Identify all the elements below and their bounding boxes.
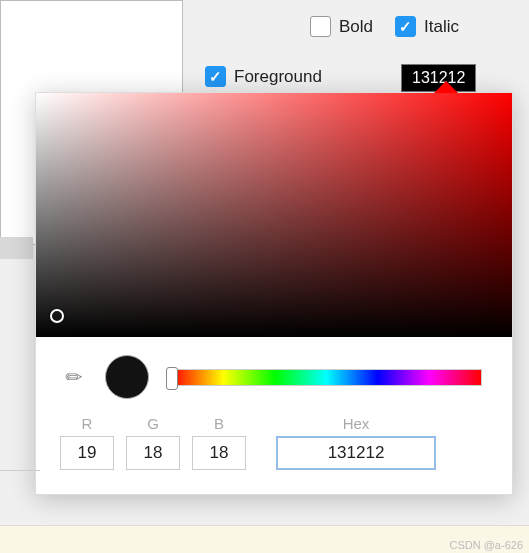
watermark-text: CSDN @a-626 xyxy=(449,539,523,551)
g-input[interactable] xyxy=(126,436,180,470)
b-label: B xyxy=(214,415,224,432)
bold-option[interactable]: Bold xyxy=(310,16,373,37)
g-field-group: G xyxy=(126,415,180,470)
bold-label: Bold xyxy=(339,17,373,37)
text-style-options: Bold Italic xyxy=(310,16,459,37)
r-input[interactable] xyxy=(60,436,114,470)
eyedropper-icon[interactable]: ✎ xyxy=(60,363,89,392)
color-inputs-row: R G B Hex xyxy=(36,409,512,494)
divider xyxy=(0,470,40,471)
italic-option[interactable]: Italic xyxy=(395,16,459,37)
color-picker-popover: ✎ R G B Hex xyxy=(35,92,513,495)
foreground-label: Foreground xyxy=(234,67,322,87)
g-label: G xyxy=(147,415,159,432)
hex-input[interactable] xyxy=(276,436,436,470)
italic-label: Italic xyxy=(424,17,459,37)
foreground-option[interactable]: Foreground xyxy=(205,66,322,87)
b-input[interactable] xyxy=(192,436,246,470)
r-field-group: R xyxy=(60,415,114,470)
foreground-row: Foreground xyxy=(205,66,322,87)
color-swatch xyxy=(105,355,149,399)
hex-field-group: Hex xyxy=(276,415,436,470)
b-field-group: B xyxy=(192,415,246,470)
hue-slider[interactable] xyxy=(171,369,482,386)
saturation-value-area[interactable] xyxy=(36,93,512,337)
r-label: R xyxy=(82,415,93,432)
hex-label: Hex xyxy=(343,415,370,432)
picker-mid-row: ✎ xyxy=(36,337,512,409)
hue-thumb[interactable] xyxy=(166,367,178,390)
highlighted-row xyxy=(0,237,33,259)
foreground-checkbox[interactable] xyxy=(205,66,226,87)
bold-checkbox[interactable] xyxy=(310,16,331,37)
italic-checkbox[interactable] xyxy=(395,16,416,37)
sv-cursor[interactable] xyxy=(50,309,64,323)
